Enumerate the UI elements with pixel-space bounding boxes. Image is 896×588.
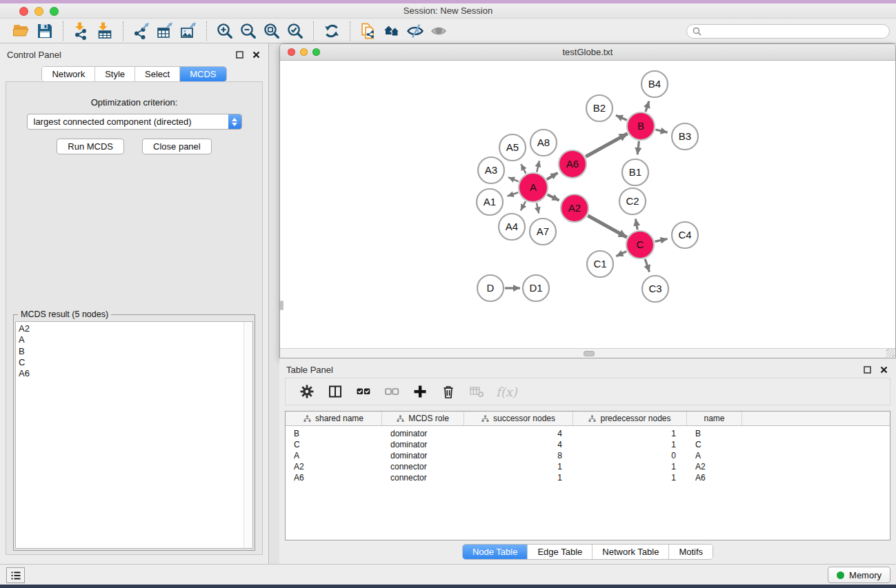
export-network-button[interactable]: [131, 21, 152, 41]
window-resize-grip[interactable]: [886, 349, 895, 357]
result-scrollbar[interactable]: [243, 322, 252, 548]
graph-edge-C-C3: [645, 259, 649, 272]
table-cell[interactable]: A: [286, 450, 382, 461]
save-session-button[interactable]: [34, 21, 55, 41]
table-cell[interactable]: A6: [286, 472, 382, 483]
table-cell[interactable]: 1: [573, 461, 687, 472]
zoom-in-button[interactable]: [215, 21, 235, 41]
search-input[interactable]: [705, 26, 884, 37]
add-column-button[interactable]: [411, 383, 429, 401]
float-panel-icon[interactable]: [864, 366, 871, 374]
mcds-result-item[interactable]: C: [16, 357, 252, 368]
horizontal-scrollbar-thumb[interactable]: [584, 351, 595, 356]
zoom-out-button[interactable]: [238, 21, 259, 41]
table-row[interactable]: Bdominator41B: [286, 428, 890, 439]
table-cell[interactable]: 0: [573, 450, 687, 461]
table-row[interactable]: Cdominator41C: [286, 439, 890, 450]
tab-motifs[interactable]: Motifs: [669, 545, 713, 559]
tab-edge-table[interactable]: Edge Table: [528, 545, 593, 559]
delete-column-button[interactable]: [439, 383, 457, 401]
tab-network[interactable]: Network: [42, 67, 95, 81]
table-cell[interactable]: 8: [464, 450, 573, 461]
search-icon: [693, 27, 701, 36]
zoom-selected-button[interactable]: [285, 21, 306, 41]
export-image-button[interactable]: [178, 21, 199, 41]
mcds-result-item[interactable]: A: [16, 334, 252, 345]
deselect-all-columns-button[interactable]: [383, 383, 401, 401]
table-cell[interactable]: connector: [382, 461, 464, 472]
network-close-button[interactable]: [288, 48, 295, 56]
table-cell[interactable]: A2: [687, 461, 742, 472]
tab-node-table[interactable]: Node Table: [463, 545, 528, 559]
table-cell[interactable]: A2: [286, 461, 382, 472]
tab-style[interactable]: Style: [95, 67, 135, 81]
function-builder-button[interactable]: f(x): [496, 385, 517, 399]
table-row[interactable]: Adominator80A: [286, 450, 890, 461]
export-table-button[interactable]: [155, 21, 175, 41]
table-cell[interactable]: A: [687, 450, 742, 461]
close-panel-button[interactable]: Close panel: [142, 139, 212, 154]
tab-mcds[interactable]: MCDS: [180, 67, 226, 81]
network-minimize-button[interactable]: [300, 48, 308, 56]
import-table-button[interactable]: [94, 21, 115, 41]
table-cell[interactable]: dominator: [382, 439, 464, 450]
show-all-networks-button[interactable]: [381, 21, 402, 41]
network-canvas[interactable]: AA1A2A3A4A5A6A7A8BB1B2B3B4CC1C2C3C4DD1: [280, 61, 895, 348]
hide-selected-button[interactable]: [405, 21, 426, 41]
network-zoom-button[interactable]: [312, 48, 320, 56]
table-cell[interactable]: A6: [687, 472, 742, 483]
refresh-view-button[interactable]: [321, 21, 342, 41]
split-panel-button[interactable]: [326, 383, 344, 401]
mcds-panel: Optimization criterion: largest connecte…: [6, 81, 263, 555]
table-row[interactable]: A6connector11A6: [286, 472, 890, 483]
table-settings-button[interactable]: [298, 383, 316, 401]
memory-button[interactable]: Memory: [828, 567, 890, 583]
table-cell[interactable]: 4: [464, 439, 573, 450]
show-selected-button[interactable]: [428, 21, 449, 41]
column-header-MCDS-role[interactable]: MCDS role: [382, 412, 464, 425]
column-header-predecessor-nodes[interactable]: predecessor nodes: [573, 412, 687, 425]
table-cell[interactable]: connector: [382, 472, 464, 483]
graph-node-label: A2: [568, 202, 581, 214]
mcds-result-item[interactable]: B: [16, 346, 252, 357]
zoom-fit-button[interactable]: [261, 21, 282, 41]
table-cell[interactable]: B: [286, 428, 382, 439]
unchecked-boxes-icon: [384, 384, 399, 399]
table-cell[interactable]: 1: [573, 472, 687, 483]
mcds-result-item[interactable]: A6: [16, 368, 252, 379]
tab-network-table[interactable]: Network Table: [593, 545, 669, 559]
close-panel-icon[interactable]: [252, 51, 260, 59]
table-row[interactable]: A2connector11A2: [286, 461, 890, 472]
clone-network-button[interactable]: [358, 21, 379, 41]
import-network-button[interactable]: [71, 21, 92, 41]
network-graph[interactable]: AA1A2A3A4A5A6A7A8BB1B2B3B4CC1C2C3C4DD1: [280, 61, 895, 348]
table-cell[interactable]: dominator: [382, 428, 464, 439]
close-panel-icon[interactable]: [880, 366, 888, 374]
vertical-scrollbar-thumb[interactable]: [280, 301, 283, 310]
criterion-select[interactable]: largest connected component (directed): [27, 114, 242, 130]
table-cell[interactable]: B: [687, 428, 742, 439]
table-cell[interactable]: 1: [573, 439, 687, 450]
column-header-shared-name[interactable]: shared name: [286, 412, 382, 425]
task-history-button[interactable]: [6, 567, 25, 583]
table-cell[interactable]: dominator: [382, 450, 464, 461]
column-header-successor-nodes[interactable]: successor nodes: [464, 412, 573, 425]
float-panel-icon[interactable]: [236, 51, 243, 59]
table-cell[interactable]: 1: [573, 428, 687, 439]
table-cell[interactable]: 4: [464, 428, 573, 439]
table-cell[interactable]: C: [286, 439, 382, 450]
horizontal-scrollbar[interactable]: [280, 348, 895, 358]
graph-node-label: B4: [648, 78, 661, 90]
tab-select[interactable]: Select: [135, 67, 180, 81]
zoom-out-icon: [239, 22, 257, 40]
table-cell[interactable]: C: [687, 439, 742, 450]
table-cell[interactable]: 1: [464, 472, 573, 483]
column-header-name[interactable]: name: [687, 412, 742, 425]
toolbar-separator: [63, 21, 63, 41]
table-cell[interactable]: 1: [464, 461, 573, 472]
mcds-result-item[interactable]: A2: [16, 323, 252, 334]
run-mcds-button[interactable]: Run MCDS: [57, 139, 124, 154]
select-all-columns-button[interactable]: [355, 383, 372, 401]
delete-table-button[interactable]: [468, 383, 486, 401]
open-session-button[interactable]: [11, 21, 32, 41]
